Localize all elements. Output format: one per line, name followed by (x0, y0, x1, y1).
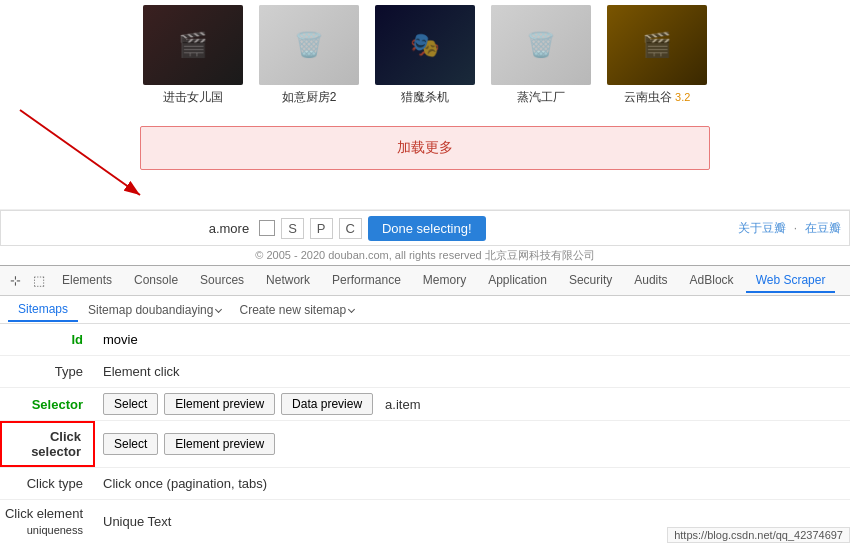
selector-value-area: Select Element preview Data preview a.it… (95, 388, 850, 420)
chevron-down-icon (348, 306, 355, 313)
footer-link2[interactable]: 在豆瓣 (805, 220, 841, 237)
checkbox-s[interactable] (259, 220, 275, 236)
selector-data-preview-button[interactable]: Data preview (281, 393, 373, 415)
form-container: Id Type Element click Selector Select El… (0, 324, 850, 543)
load-more-area: 加载更多 (0, 116, 850, 180)
sitemap-bar: Sitemaps Sitemap doubandiaying Create ne… (0, 296, 850, 324)
load-more-button[interactable]: 加载更多 (140, 126, 710, 170)
url-tooltip: https://blog.csdn.net/qq_42374697 (667, 527, 850, 543)
box-tool-icon[interactable]: ⬚ (28, 270, 50, 292)
sitemap-dropdown[interactable]: Sitemap doubandiaying (80, 300, 229, 320)
movie-title-1: 进击女儿国 (163, 89, 223, 106)
selector-label: Selector (0, 391, 95, 418)
poster-icon: 🎬 (178, 31, 208, 59)
movie-title-3: 猎魔杀机 (401, 89, 449, 106)
done-selecting-button[interactable]: Done selecting! (368, 216, 486, 241)
poster-icon: 🎬 (642, 31, 672, 59)
label-p[interactable]: P (310, 218, 333, 239)
movie-title-4: 蒸汽工厂 (517, 89, 565, 106)
movie-title-5: 云南虫谷 3.2 (624, 89, 691, 106)
id-value (95, 327, 850, 352)
tab-application[interactable]: Application (478, 269, 557, 293)
tab-performance[interactable]: Performance (322, 269, 411, 293)
movie-item: 🎬 进击女儿国 (140, 5, 246, 106)
selector-select-button[interactable]: Select (103, 393, 158, 415)
footer-link1[interactable]: 关于豆瓣 (738, 220, 786, 237)
poster-icon: 🗑️ (294, 31, 324, 59)
poster-icon: 🎭 (410, 31, 440, 59)
movie-item: 🎬 云南虫谷 3.2 (604, 5, 710, 106)
form-row-click-type: Click type Click once (pagination, tabs) (0, 468, 850, 500)
chevron-down-icon (215, 306, 222, 313)
form-row-click-selector: Click selector Select Element preview (0, 421, 850, 468)
form-row-selector: Selector Select Element preview Data pre… (0, 388, 850, 421)
click-selector-label: Click selector (0, 421, 95, 467)
movie-poster-5: 🎬 (607, 5, 707, 85)
tab-adblock[interactable]: AdBlock (680, 269, 744, 293)
browser-content: 🎬 进击女儿国 🗑️ 如意厨房2 🎭 猎魔杀机 (0, 0, 850, 210)
label-c[interactable]: C (339, 218, 362, 239)
movies-row: 🎬 进击女儿国 🗑️ 如意厨房2 🎭 猎魔杀机 (0, 0, 850, 111)
click-element-label: Click element uniqueness (0, 500, 95, 543)
selector-element-preview-button[interactable]: Element preview (164, 393, 275, 415)
create-sitemap-dropdown[interactable]: Create new sitemap (231, 300, 362, 320)
tab-console[interactable]: Console (124, 269, 188, 293)
tab-memory[interactable]: Memory (413, 269, 476, 293)
type-label: Type (0, 358, 95, 385)
label-s[interactable]: S (281, 218, 304, 239)
devtools-panel: ⊹ ⬚ Elements Console Sources Network Per… (0, 265, 850, 535)
click-type-label: Click type (0, 470, 95, 497)
form-row-type: Type Element click (0, 356, 850, 388)
id-input[interactable] (103, 332, 842, 347)
click-selector-value-area: Select Element preview (95, 428, 850, 460)
poster-icon: 🗑️ (526, 31, 556, 59)
selector-value: a.item (385, 397, 420, 412)
movie-poster-2: 🗑️ (259, 5, 359, 85)
movie-poster-3: 🎭 (375, 5, 475, 85)
click-selector-btn-row: Select Element preview (103, 433, 842, 455)
movie-item: 🗑️ 如意厨房2 (256, 5, 362, 106)
id-label: Id (0, 326, 95, 353)
selection-input[interactable] (9, 221, 253, 236)
browser-footer: © 2005 - 2020 douban.com, all rights res… (0, 246, 850, 265)
tab-audits[interactable]: Audits (624, 269, 677, 293)
movie-item: 🗑️ 蒸汽工厂 (488, 5, 594, 106)
devtools-toolbar: ⊹ ⬚ Elements Console Sources Network Per… (0, 266, 850, 296)
type-value: Element click (95, 359, 850, 384)
cursor-tool-icon[interactable]: ⊹ (4, 270, 26, 292)
click-selector-element-preview-button[interactable]: Element preview (164, 433, 275, 455)
movie-title-2: 如意厨房2 (282, 89, 337, 106)
form-row-id: Id (0, 324, 850, 356)
movie-poster-1: 🎬 (143, 5, 243, 85)
movie-rating: 3.2 (675, 91, 690, 103)
tab-sources[interactable]: Sources (190, 269, 254, 293)
click-selector-select-button[interactable]: Select (103, 433, 158, 455)
tab-web-scraper[interactable]: Web Scraper (746, 269, 836, 293)
selector-btn-row: Select Element preview Data preview a.it… (103, 393, 842, 415)
movie-item: 🎭 猎魔杀机 (372, 5, 478, 106)
sitemaps-tab[interactable]: Sitemaps (8, 298, 78, 322)
tab-network[interactable]: Network (256, 269, 320, 293)
movie-poster-4: 🗑️ (491, 5, 591, 85)
selection-bar: S P C Done selecting! 关于豆瓣 · 在豆瓣 (0, 210, 850, 246)
tab-elements[interactable]: Elements (52, 269, 122, 293)
tab-security[interactable]: Security (559, 269, 622, 293)
click-type-value: Click once (pagination, tabs) (95, 471, 850, 496)
